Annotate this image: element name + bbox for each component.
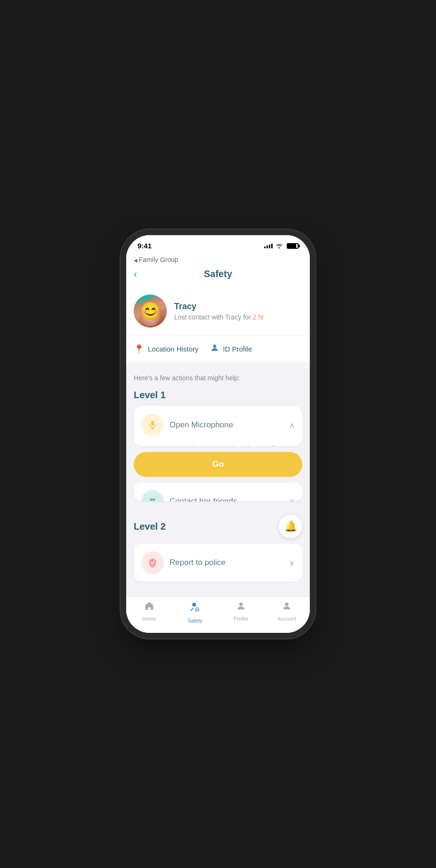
status-time: 9:41 [137, 242, 152, 250]
bell-icon: 🔔 [284, 520, 297, 532]
contact-friends-card-header[interactable]: Contact her friends ∨ [134, 483, 302, 501]
svg-point-10 [285, 603, 289, 606]
safety-icon [189, 601, 201, 616]
svg-point-8 [196, 608, 199, 610]
id-profile-label: ID Profile [223, 345, 252, 353]
open-microphone-title: Open Microphone [170, 420, 283, 430]
svg-point-5 [153, 498, 155, 501]
signal-bars-icon [264, 244, 273, 248]
quick-actions: 📍 Location History ID Profile [126, 336, 310, 366]
svg-rect-1 [151, 421, 154, 426]
level1-title: Level 1 [134, 390, 166, 400]
police-chevron-icon: ∨ [289, 558, 295, 567]
level1-header: Level 1 [126, 386, 310, 406]
avatar-face [134, 295, 167, 328]
report-police-card: Report to police ∨ [134, 544, 302, 581]
contact-status-text: Lost contact with Tracy for [174, 313, 251, 321]
nav-safety-label: Safety [188, 618, 202, 623]
avatar [134, 295, 167, 328]
nav-safety-button[interactable]: Safety [172, 601, 218, 623]
bottom-nav: Home Safety [126, 597, 310, 633]
back-nav: Family Group [126, 254, 310, 265]
friends-group-icon [147, 496, 158, 501]
nav-home-button[interactable]: Home [126, 601, 172, 623]
location-history-button[interactable]: 📍 Location History [134, 343, 199, 355]
nav-home-label: Home [142, 616, 156, 622]
police-icon-wrap [141, 551, 164, 574]
open-microphone-card-header[interactable]: Open Microphone ∧ [134, 406, 302, 444]
section-description: Here's a few actions that might help: [126, 366, 310, 386]
friends-icon-wrap [141, 490, 164, 501]
bell-button[interactable]: 🔔 [279, 515, 302, 538]
location-history-label: Location History [148, 345, 199, 353]
wifi-icon [275, 243, 283, 249]
account-icon [282, 601, 292, 614]
microphone-chevron-icon: ∧ [289, 421, 295, 430]
page-title: Safety [204, 269, 232, 279]
section-desc-text: Here's a few actions that might help: [134, 374, 240, 382]
open-microphone-desc: Open Microphone on her phone to listen t… [170, 444, 295, 446]
profile-info: Tracy Lost contact with Tracy for 2 hr [174, 302, 302, 321]
police-badge-icon [147, 557, 158, 568]
svg-point-9 [239, 603, 242, 606]
level2-header-row: Level 2 🔔 [126, 511, 310, 544]
nav-account-button[interactable]: Account [264, 601, 310, 623]
level2-title: Level 2 [134, 521, 166, 532]
microphone-icon [147, 420, 158, 430]
person-id-icon [210, 343, 219, 355]
phone-frame: 9:41 Family Group [126, 235, 310, 633]
id-profile-button[interactable]: ID Profile [210, 343, 252, 355]
page-header: ‹ Safety [126, 265, 310, 287]
back-label[interactable]: Family Group [134, 256, 178, 263]
screen: 9:41 Family Group [126, 235, 310, 633]
profile-section: Tracy Lost contact with Tracy for 2 hr [126, 287, 310, 336]
contact-friends-card: Contact her friends ∨ [134, 483, 302, 501]
location-pin-icon: 📍 [134, 344, 144, 354]
nav-profile-label: Profile [234, 616, 248, 622]
report-police-title: Report to police [170, 558, 283, 567]
open-microphone-card: Open Microphone ∧ Open Microphone on her… [134, 406, 302, 446]
status-bar: 9:41 [126, 235, 310, 254]
back-button[interactable]: ‹ [134, 268, 137, 280]
profile-icon [236, 601, 246, 614]
svg-point-4 [150, 498, 153, 501]
report-police-card-header[interactable]: Report to police ∨ [134, 544, 302, 581]
level2-area: Level 2 🔔 Report to police ∨ [126, 507, 310, 587]
contact-status: Lost contact with Tracy for 2 hr [174, 313, 302, 321]
nav-account-label: Account [277, 616, 296, 622]
contact-friends-title: Contact her friends [170, 497, 283, 501]
microphone-icon-wrap [141, 414, 164, 436]
svg-point-0 [213, 344, 216, 348]
profile-name: Tracy [174, 302, 302, 311]
nav-profile-button[interactable]: Profile [218, 601, 264, 623]
svg-point-6 [193, 603, 196, 606]
spacer [126, 587, 310, 597]
contact-time: 2 hr [253, 313, 264, 321]
battery-icon [287, 243, 299, 249]
friends-chevron-icon: ∨ [289, 497, 295, 501]
go-button[interactable]: Go [134, 452, 302, 477]
home-icon [144, 601, 154, 614]
status-icons [264, 243, 299, 249]
open-microphone-body: Open Microphone on her phone to listen t… [134, 444, 302, 446]
